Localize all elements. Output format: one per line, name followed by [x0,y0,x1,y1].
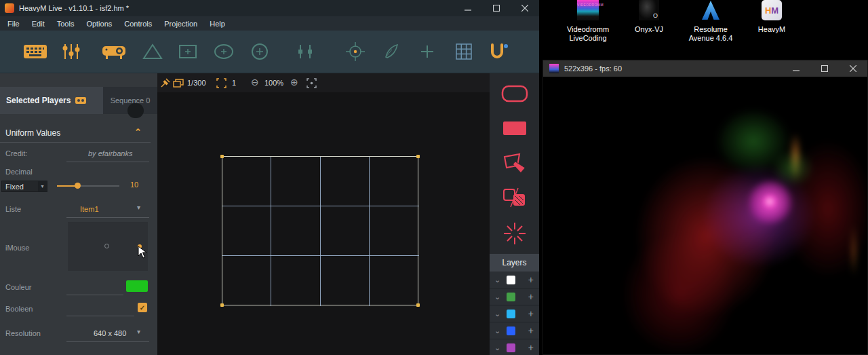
layer-row[interactable]: ⌄ + [490,339,539,355]
frames-icon[interactable] [173,79,184,88]
zoom-in-button[interactable]: ⊕ [290,77,298,88]
heavym-icon-m: M [771,6,778,15]
menu-file[interactable]: File [1,16,26,31]
add-circle-button[interactable] [250,43,269,60]
edit-shape-button[interactable] [490,152,539,175]
projector-tool-button[interactable] [102,43,126,60]
add-ellipse-button[interactable] [214,43,234,60]
menu-help[interactable]: Help [203,16,231,31]
layer-expand-icon[interactable]: ⌄ [494,326,500,335]
layer-add-button[interactable]: + [528,276,534,284]
decimal-mode-select[interactable]: Fixed ▾ [1,181,47,192]
imouse-label: iMouse [5,244,29,252]
layer-expand-icon[interactable]: ⌄ [494,343,500,352]
feather-tool-button[interactable] [382,43,400,60]
mouse-cursor [138,246,147,259]
heavym-logo-button[interactable] [488,42,509,61]
preview-maximize-button[interactable] [810,60,839,77]
layer-add-button[interactable]: + [528,326,534,335]
liste-chevron-icon[interactable]: ▾ [137,204,140,211]
quad-shape-icon [178,43,197,60]
desktop-icon-resolume[interactable]: Resolume Avenue 4.6.4 [680,0,741,43]
circle-shape-icon [250,43,269,60]
grid-tool-button[interactable] [455,43,473,60]
collapse-section-button[interactable]: ⌃ [134,127,142,137]
minimize-icon [793,65,800,72]
resolution-chevron-icon[interactable]: ▾ [137,328,140,335]
desktop-icon-heavym[interactable]: HM HeavyM [741,0,802,34]
shapes-panel: Layers ⌄ + ⌄ + ⌄ + ⌄ + [490,73,539,355]
grid-corner-handle[interactable] [220,303,224,307]
layer-color-swatch[interactable] [507,276,515,284]
liste-value[interactable]: Item1 [80,205,99,213]
layer-color-swatch[interactable] [507,343,515,352]
close-button[interactable] [511,0,539,16]
layer-row[interactable]: ⌄ + [490,288,539,305]
scrollbar-thumb[interactable] [127,103,144,118]
resolume-icon [701,0,721,20]
mixer-tool-button[interactable] [62,43,81,60]
grid-corner-handle[interactable] [416,303,420,307]
preview-title-bar[interactable]: 522x396 - fps: 60 [543,60,867,77]
desktop-icon-videodromm[interactable]: VIDEODROMM Videodromm LiveCoding [557,0,618,43]
decimal-slider-handle[interactable] [75,183,81,189]
tab-selected-players[interactable]: Selected Players [0,87,103,114]
maximize-button[interactable] [482,0,511,16]
canvas-toolbar: 1/300 1 ⊖ 100% ⊕ [157,73,490,92]
videodromm-icon-text: VIDEODROMM [577,1,599,10]
grid-corner-handle[interactable] [220,155,224,158]
layer-row[interactable]: ⌄ + [490,272,539,288]
zoom-out-button[interactable]: ⊖ [251,77,259,88]
menu-edit[interactable]: Edit [26,16,51,31]
crop-icon[interactable] [216,78,226,88]
mapping-canvas[interactable]: 1/300 1 ⊖ 100% ⊕ [157,73,490,355]
layer-add-button[interactable]: + [528,343,534,352]
layer-color-swatch[interactable] [507,310,515,318]
couleur-swatch[interactable] [126,280,148,292]
grid-corner-handle[interactable] [416,155,420,158]
menu-projection[interactable]: Projection [158,16,203,31]
layer-add-button[interactable]: + [528,310,534,318]
desktop-icon-onyx-vj[interactable]: O Onyx-VJ [618,0,679,34]
booleen-checkbox[interactable]: ✓ [138,303,147,312]
layer-row[interactable]: ⌄ + [490,322,539,339]
distribute-tool-button[interactable] [296,43,314,60]
add-point-button[interactable] [420,44,435,59]
add-triangle-button[interactable] [142,43,163,60]
effects-burst-button[interactable] [490,221,539,246]
keyboard-tool-button[interactable] [23,44,47,59]
generative-visual-core [762,194,777,209]
layer-color-swatch[interactable] [507,326,515,335]
title-bar[interactable]: HeavyM Live - v1.10.1 - isf2.hm * [0,0,539,16]
menu-options[interactable]: Options [80,16,118,31]
minimize-button[interactable] [454,0,482,16]
draw-filled-rect-button[interactable] [490,121,539,136]
layer-expand-icon[interactable]: ⌄ [494,276,500,284]
toggle-fill-outline-button[interactable] [490,187,539,208]
plus-icon [420,44,435,59]
add-quad-button[interactable] [178,43,197,60]
layer-color-swatch[interactable] [507,293,515,301]
preview-minimize-button[interactable] [782,60,810,77]
players-icon [75,96,87,105]
mapping-grid[interactable] [222,156,418,305]
menu-tools[interactable]: Tools [51,16,81,31]
preview-content [543,77,867,354]
preview-close-button[interactable] [839,60,867,77]
desktop-icon-label: Onyx-VJ [618,25,679,34]
target-tool-button[interactable] [345,41,366,62]
fit-screen-icon[interactable] [307,78,317,88]
layer-row[interactable]: ⌄ + [490,305,539,322]
layer-expand-icon[interactable]: ⌄ [494,310,500,318]
imouse-pad[interactable] [68,222,148,271]
resolution-value[interactable]: 640 x 480 [94,329,126,337]
preview-window: 522x396 - fps: 60 [542,60,868,355]
mixer-icon [62,43,81,60]
menu-controls[interactable]: Controls [118,16,158,31]
sequence-label: Sequence 0 [111,96,151,105]
ellipse-shape-icon [214,43,234,60]
draw-rounded-rect-button[interactable] [490,84,539,103]
layer-add-button[interactable]: + [528,293,534,301]
pin-icon[interactable] [160,77,171,88]
layer-expand-icon[interactable]: ⌄ [494,293,500,301]
